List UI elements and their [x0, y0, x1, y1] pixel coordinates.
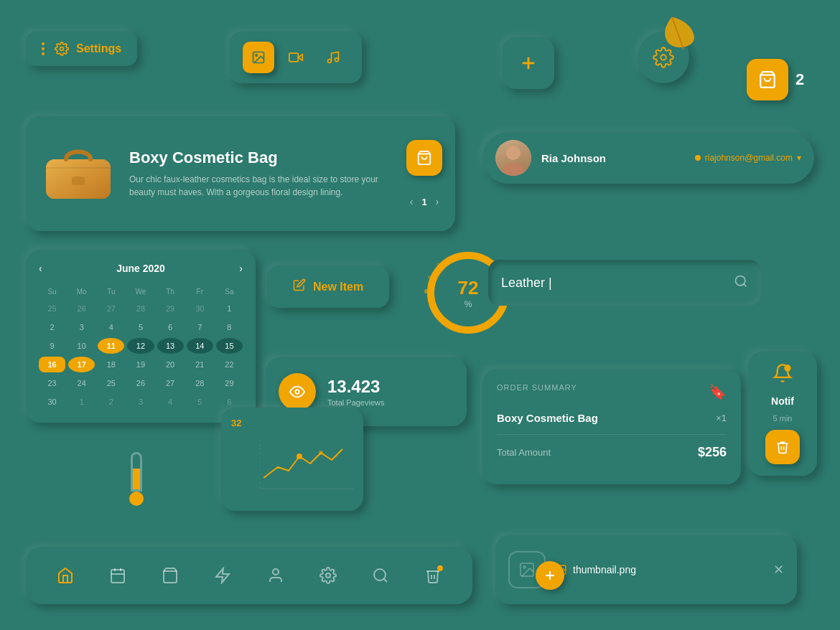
cal-weekday: Sa [216, 286, 243, 298]
cal-day[interactable]: 6 [157, 319, 184, 335]
cal-day[interactable]: 5 [127, 319, 154, 335]
nav-home[interactable] [57, 567, 74, 584]
eye-button[interactable] [279, 373, 316, 410]
plus-button[interactable] [503, 37, 554, 89]
svg-point-17 [502, 163, 525, 176]
cal-prev-button[interactable]: ‹ [39, 263, 42, 274]
music-button[interactable] [317, 42, 349, 73]
cal-weekday: We [127, 286, 154, 298]
cal-day[interactable]: 8 [216, 319, 243, 335]
cal-day[interactable]: 25 [39, 301, 65, 316]
cal-day[interactable]: 3 [68, 319, 95, 335]
search-icon[interactable] [734, 274, 748, 292]
cal-day[interactable]: 15 [216, 338, 243, 354]
bookmark-icon[interactable]: 🔖 [709, 383, 727, 400]
cal-weekday: Th [157, 286, 184, 298]
cal-day[interactable]: 20 [157, 357, 184, 372]
cal-day[interactable]: 10 [68, 338, 95, 354]
user-email: riajohnson@gmail.com [705, 153, 793, 163]
cal-day-selected[interactable]: 16 [39, 357, 65, 372]
pageviews-label: Total Pageviews [327, 398, 385, 407]
cal-day[interactable]: 30 [39, 394, 65, 410]
order-item-name: Boxy Cosmetic Bag [497, 412, 598, 424]
cal-day[interactable]: 28 [127, 301, 154, 316]
thumbnail-filename: thumbnail.png [573, 564, 636, 575]
search-input[interactable] [501, 276, 725, 291]
media-toolbar [230, 32, 362, 83]
settings-button[interactable]: Settings [26, 32, 137, 66]
nav-bolt[interactable] [214, 567, 231, 584]
chart-value: 32 [231, 418, 353, 428]
nav-search[interactable] [372, 567, 389, 584]
cal-day[interactable]: 19 [127, 357, 154, 372]
cal-day[interactable]: 29 [216, 375, 243, 391]
chevron-down-icon[interactable]: ▾ [797, 153, 801, 163]
nav-calendar[interactable] [109, 567, 126, 584]
progress-value: 72 [458, 277, 479, 299]
nav-trash[interactable] [424, 567, 442, 584]
svg-point-5 [328, 60, 332, 63]
cal-day[interactable]: 29 [157, 301, 184, 316]
cal-day[interactable]: 24 [68, 375, 95, 391]
new-item-button[interactable]: New Item [267, 265, 389, 308]
svg-rect-4 [289, 53, 299, 62]
cal-day[interactable]: 26 [127, 375, 154, 391]
cal-day[interactable]: 4 [157, 394, 184, 410]
shopping-bag-button[interactable] [747, 59, 788, 100]
notif-label: Notif [771, 395, 794, 407]
bell-icon [773, 363, 793, 388]
cal-day[interactable]: 4 [98, 319, 124, 335]
cal-day[interactable]: 18 [98, 357, 124, 372]
cal-day[interactable]: 25 [98, 375, 124, 391]
cal-day[interactable]: 23 [39, 375, 65, 391]
cal-day[interactable]: 3 [127, 394, 154, 410]
add-image-button[interactable] [536, 561, 564, 590]
cal-day[interactable]: 1 [216, 301, 243, 316]
nav-settings[interactable] [319, 567, 337, 584]
product-info: Boxy Cosmetic Bag Our chic faux-leather … [129, 149, 395, 199]
pageviews-info: 13.423 Total Pageviews [327, 377, 385, 407]
cal-day[interactable]: 21 [187, 357, 213, 372]
calendar-header: ‹ June 2020 › [39, 263, 243, 274]
thumbnail-close-button[interactable]: ✕ [773, 562, 784, 578]
cal-weekday: Fr [187, 286, 213, 298]
cal-day[interactable]: 27 [98, 301, 124, 316]
svg-point-37 [273, 569, 279, 575]
cal-day[interactable]: 27 [157, 375, 184, 391]
image-button[interactable] [243, 42, 274, 73]
trash-button[interactable] [765, 430, 800, 464]
cal-day[interactable]: 1 [68, 394, 95, 410]
video-button[interactable] [280, 42, 312, 73]
trash-notification-dot [437, 565, 443, 571]
prev-arrow[interactable]: ‹ [410, 196, 414, 207]
cal-day[interactable]: 2 [98, 394, 124, 410]
cal-next-button[interactable]: › [239, 263, 243, 274]
cal-day[interactable]: 17 [68, 357, 95, 372]
next-arrow[interactable]: › [436, 196, 439, 207]
notif-time: 5 min [773, 414, 793, 423]
svg-point-2 [256, 55, 258, 57]
cal-day[interactable]: 13 [157, 338, 184, 354]
cal-day[interactable]: 30 [187, 301, 213, 316]
cal-day[interactable]: 2 [39, 319, 65, 335]
cal-day[interactable]: 9 [39, 338, 65, 354]
cal-day[interactable]: 28 [187, 375, 213, 391]
order-total-label: Total Amount [497, 447, 551, 458]
svg-point-0 [60, 47, 64, 51]
add-to-cart-button[interactable] [406, 140, 442, 176]
cal-day[interactable]: 26 [68, 301, 95, 316]
new-item-label: New Item [313, 281, 363, 293]
cal-day[interactable]: 5 [187, 394, 213, 410]
svg-point-29 [319, 451, 323, 455]
cal-day[interactable]: 7 [187, 319, 213, 335]
nav-shop[interactable] [162, 567, 179, 584]
nav-profile[interactable] [267, 567, 284, 584]
cal-day-today[interactable]: 11 [98, 338, 124, 354]
cal-day[interactable]: 22 [216, 357, 243, 372]
cal-day[interactable]: 14 [187, 338, 213, 354]
product-description: Our chic faux-leather cosmetics bag is t… [129, 173, 395, 199]
thumbnail-info: thumbnail.png [556, 564, 763, 575]
cal-day[interactable]: 12 [127, 338, 154, 354]
order-quantity: ×1 [716, 413, 727, 423]
calendar-title: June 2020 [116, 263, 165, 274]
